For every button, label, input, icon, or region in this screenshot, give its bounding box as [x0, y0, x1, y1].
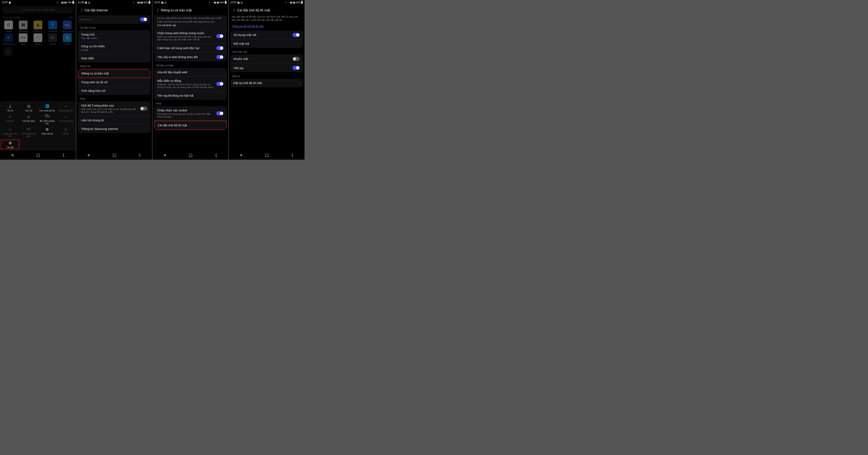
signal-icon: ▮▮ — [217, 1, 219, 4]
nav-back[interactable]: ⟨ — [215, 153, 217, 157]
share-icon: ⪪ — [8, 115, 12, 119]
site-google[interactable]: GGoogle — [1, 21, 16, 33]
row-homepage[interactable]: Trang chủTruy cập nhanh — [78, 30, 151, 42]
toggle-high-contrast[interactable] — [140, 107, 147, 111]
toggle-autofill[interactable] — [216, 82, 223, 86]
row-clear-browsing[interactable]: Xóa dữ liệu duyệt web — [154, 68, 227, 77]
site-wikipedia[interactable]: WWikipedia — [16, 21, 31, 33]
quick-access-grid: GGoogle WWikipedia aAmazon fFacebook Sho… — [0, 20, 76, 45]
picture-icon: ▣ — [8, 1, 11, 4]
status-time: 11:58 — [78, 1, 84, 4]
nav-recents[interactable]: ≡ — [11, 153, 14, 157]
screen-secret-mode-settings: 12:07 ▣ ◎ ᚼ ⋰ ▮▮ ▮▮ 83% 〈 Cài đặt chế độ… — [229, 0, 305, 160]
row-privacy-security[interactable]: Riêng tư và bảo mật — [78, 69, 151, 78]
back-button[interactable]: 〈 — [79, 7, 83, 13]
tools-sheet: ⭳Tải về ◷Lịch sử 🌐Các trang đã lưu ＋Thêm… — [0, 101, 76, 150]
nav-home[interactable]: ▢ — [113, 153, 116, 157]
tool-share[interactable]: ⪪Chia sẻ — [1, 114, 19, 125]
tool-add-page[interactable]: ＋Thêm trang vào — [57, 104, 75, 112]
site-agoda[interactable]: •••Agoda — [31, 33, 45, 45]
row-user-pass[interactable]: Tên người dùng và mật mã — [154, 91, 227, 100]
row-accept-cookies[interactable]: Chấp nhận các cookieCho phép các trang w… — [154, 106, 227, 121]
signal-icon: ▮▮ — [61, 1, 64, 4]
tool-adblock[interactable]: ⛉0Bộ chặn quảng cáo — [38, 114, 57, 125]
tool-find[interactable]: ⌕Tìm trong trang — [57, 114, 75, 125]
nav-home[interactable]: ▢ — [189, 153, 192, 157]
tool-textsize[interactable]: ᴛTKích thước văn bản — [19, 127, 38, 138]
toggle-dnt[interactable] — [216, 55, 223, 59]
instagram-icon: ◎ — [164, 1, 166, 4]
nav-recents[interactable]: ≡ — [164, 153, 166, 157]
row-face[interactable]: Khuôn mặt — [230, 55, 303, 63]
row-use-passcode[interactable]: Sử dụng mật mã — [230, 31, 303, 39]
url-search-bar[interactable]: ⌕ Tìm kiếm hoặc nhập URL — [2, 6, 74, 13]
picture-icon: ▣ — [237, 1, 240, 4]
site-ebay[interactable]: ebayeBay — [16, 33, 31, 45]
back-button[interactable]: 〈 — [231, 7, 235, 13]
nav-recents[interactable]: ≡ — [240, 153, 243, 157]
nav-home[interactable]: ▢ — [36, 153, 40, 157]
row-contact-us[interactable]: Liên hệ chúng tôi — [78, 116, 151, 125]
tool-light-mode[interactable]: ☼Chế độ sáng — [19, 114, 38, 125]
row-change-passcode[interactable]: Đổi mật mã — [230, 39, 303, 48]
toggle-face[interactable] — [292, 57, 300, 61]
tool-desktop[interactable]: ▭Trang trên máy tính — [1, 127, 19, 138]
battery-icon — [72, 1, 74, 4]
toggle-use-passcode[interactable] — [292, 33, 300, 37]
signal-icon: ▮▮ — [141, 1, 143, 4]
nav-home[interactable]: ▢ — [265, 153, 269, 157]
row-fingerprint[interactable]: Vân tay — [230, 63, 303, 72]
row-appearance[interactable]: Giao diện — [78, 54, 151, 62]
site-games[interactable]: 🎮Games — [45, 33, 60, 45]
row-reset-secret[interactable]: Đặt lại chế độ Bí mật — [230, 79, 303, 87]
tool-saved-pages[interactable]: 🌐Các trang đã lưu — [38, 104, 57, 112]
header: 〈 Cài đặt chế độ Bí mật — [229, 5, 305, 16]
gear-icon: ⚙ — [8, 141, 12, 145]
nav-recents[interactable]: ≡ — [88, 153, 90, 157]
system-navbar: ≡ ▢ ⟨ — [76, 150, 152, 160]
nav-back[interactable]: ⟨ — [63, 153, 64, 157]
secret-mode-info-link[interactable]: Thông tin về chế độ Bí mật — [229, 23, 305, 31]
printer-icon: ⎙ — [64, 127, 68, 132]
row-unknown-top[interactable]: ▪ ▪ ▪ ▪ ▪ ▪ — [78, 16, 151, 24]
toggle-cookies[interactable] — [216, 111, 223, 115]
tool-downloads[interactable]: ⭳Tải về — [1, 104, 19, 112]
row-block-unwanted[interactable]: Chặn trang web không mong muốnNgăn các t… — [154, 29, 227, 44]
bluetooth-icon: ᚼ — [285, 1, 286, 4]
row-useful-features[interactable]: Tính năng hữu ích — [78, 87, 151, 95]
site-booking[interactable]: B.Booking.com — [1, 33, 16, 45]
row-about[interactable]: Thông tin Samsung Internet — [78, 125, 151, 133]
statusbar: 12:07 ▣ ◎ ᚼ ⋰ ▮▮ ▮▮ 83% — [229, 0, 305, 5]
site-amazon[interactable]: aAmazon — [31, 21, 45, 33]
site-facebook[interactable]: fFacebook — [45, 21, 60, 33]
tool-print[interactable]: ⎙In/PDF — [57, 127, 75, 138]
site-twitter[interactable]: 𝕏Twitter — [60, 33, 74, 45]
tool-history[interactable]: ◷Lịch sử — [19, 104, 38, 112]
toggle-fingerprint[interactable] — [292, 66, 300, 70]
row-search-engine[interactable]: Công cụ tìm kiếmGoogle — [78, 42, 151, 54]
row-malicious-warn[interactable]: Cảnh báo về trang web độc hại — [154, 44, 227, 53]
row-autofill[interactable]: Mẫu điền tự độngNhập tên, địa chỉ, thông… — [154, 77, 227, 91]
intro-sub: cực kỳ chặt chẽ khi vào chế độ Bí mật, n… — [157, 17, 221, 23]
wifi-icon: ⋰ — [135, 1, 137, 4]
toggle-block-unwanted[interactable] — [216, 34, 223, 38]
status-time: 12:07 — [230, 1, 237, 4]
add-site-button[interactable]: ＋ — [4, 48, 12, 56]
row-do-not-track[interactable]: Yêu cầu tr.web không theo dõi — [154, 53, 227, 61]
nav-back[interactable]: ⟨ — [139, 153, 141, 157]
site-galaxyshop[interactable]: ShopGalaxy Shop — [60, 21, 74, 33]
header: 〈 Cài đặt Internet — [76, 5, 152, 16]
row-high-contrast[interactable]: Chế độ Tương phản caoHiệu chỉnh màu font… — [78, 101, 151, 116]
edit-link[interactable]: Sửa — [68, 16, 73, 19]
tool-addons[interactable]: ⧉Phần bổ trợ — [38, 127, 57, 138]
wifi-icon: ⋰ — [287, 1, 289, 4]
statusbar: 11:58 ▣ ◎ ᚼ ⋰ ▮▮ ▮▮ 84% — [76, 0, 152, 5]
back-button[interactable]: 〈 — [155, 7, 159, 13]
toggle[interactable] — [140, 18, 147, 21]
nav-back[interactable]: ⟨ — [291, 153, 293, 157]
row-sites-downloads[interactable]: Trang web và tải về — [78, 78, 151, 87]
toggle-malicious-warn[interactable] — [216, 46, 223, 50]
intro-link[interactable]: Chỉ chế độ Bí mật — [157, 24, 176, 27]
tool-settings[interactable]: ⚙Cài đặt — [1, 140, 19, 149]
row-secret-mode-settings[interactable]: Cài đặt chế độ Bí mật — [154, 121, 227, 130]
